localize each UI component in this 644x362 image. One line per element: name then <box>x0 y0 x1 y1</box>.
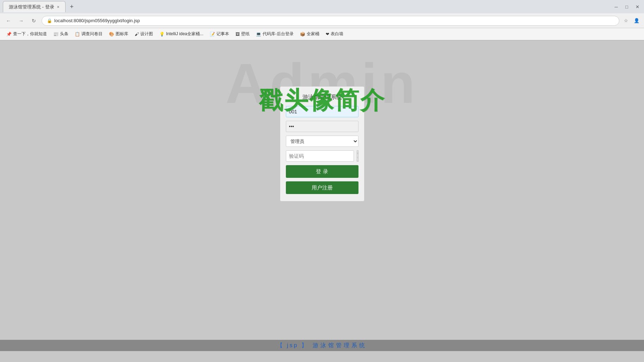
bookmark-icon-8: 💻 <box>256 32 261 37</box>
profile-icon[interactable]: 👤 <box>633 17 640 25</box>
url-text: localhost:8080/jspm05569yygglxt/login.js… <box>54 18 140 23</box>
footer-main-text: 游泳馆管理系统 <box>313 342 367 348</box>
bookmark-icon-9: 📦 <box>300 32 305 37</box>
browser-toolbar: ☆ 👤 <box>622 17 640 25</box>
page-footer: 【 jsp 】 游泳馆管理系统 <box>0 340 644 351</box>
maximize-button[interactable]: □ <box>623 3 631 11</box>
bookmark-item-0[interactable]: 📌 查一下，你就知道 <box>4 30 50 38</box>
footer-bracket-close: 】 <box>301 342 308 348</box>
bookmark-item-7[interactable]: 🖼 壁纸 <box>233 30 252 38</box>
bookmarks-bar: 📌 查一下，你就知道 📰 头条 📋 调查问卷目 🎨 图标库 🖌 设计图 💡 In… <box>0 28 644 40</box>
bookmark-icon-4: 🖌 <box>135 32 139 37</box>
back-button[interactable]: ← <box>4 16 13 26</box>
footer-bracket-open: 【 <box>277 342 284 348</box>
captcha-row: 捐款码 <box>286 150 358 162</box>
bookmark-item-4[interactable]: 🖌 设计图 <box>132 30 156 38</box>
bookmark-icon-3: 🎨 <box>109 32 114 37</box>
bookmark-item-8[interactable]: 💻 代码库-后台登录 <box>253 30 296 38</box>
bookmark-item-6[interactable]: 📝 记事本 <box>207 30 232 38</box>
bookmark-item-5[interactable]: 💡 IntelliJ idea全家桶... <box>157 30 206 38</box>
bookmark-star-icon[interactable]: ☆ <box>622 17 630 25</box>
register-button[interactable]: 用户注册 <box>286 181 358 194</box>
login-title: 游泳馆管理系统 <box>302 94 342 101</box>
browser-chrome: 游泳馆管理系统 - 登录 × + ─ □ ✕ ← → ↻ 🔒 localhost… <box>0 0 644 40</box>
bookmark-icon-7: 🖼 <box>235 32 240 37</box>
tab-close-button[interactable]: × <box>57 5 60 10</box>
refresh-button[interactable]: ↻ <box>29 16 39 26</box>
bookmark-icon-10: ❤ <box>326 32 329 37</box>
captcha-input[interactable] <box>286 150 354 162</box>
bookmark-item-10[interactable]: ❤ 表白墙 <box>323 30 346 38</box>
bookmark-icon-0: 📌 <box>6 32 12 37</box>
url-bar[interactable]: 🔒 localhost:8080/jspm05569yygglxt/login.… <box>42 16 619 26</box>
tab-title: 游泳馆管理系统 - 登录 <box>9 4 54 10</box>
footer-text: 【 jsp 】 游泳馆管理系统 <box>277 342 367 349</box>
tab-bar: 游泳馆管理系统 - 登录 × + ─ □ ✕ <box>0 0 644 13</box>
new-tab-button[interactable]: + <box>67 2 77 12</box>
svg-line-0 <box>357 153 358 159</box>
username-input[interactable] <box>286 106 358 117</box>
svg-line-1 <box>357 154 358 157</box>
footer-label: jsp <box>287 342 298 348</box>
bookmark-icon-5: 💡 <box>159 32 165 37</box>
login-button[interactable]: 登 录 <box>286 165 358 178</box>
active-tab[interactable]: 游泳馆管理系统 - 登录 × <box>3 1 66 12</box>
captcha-image[interactable]: 捐款码 <box>357 150 358 162</box>
role-row: 管理员 普通用户 <box>286 136 358 147</box>
window-close-button[interactable]: ✕ <box>633 3 641 11</box>
bookmark-icon-1: 📰 <box>53 32 59 37</box>
forward-button[interactable]: → <box>16 16 26 26</box>
bookmark-item-2[interactable]: 📋 调查问卷目 <box>72 30 105 38</box>
role-select[interactable]: 管理员 普通用户 <box>286 136 358 147</box>
bookmark-icon-2: 📋 <box>75 32 80 37</box>
bookmark-item-3[interactable]: 🎨 图标库 <box>106 30 131 38</box>
window-controls: ─ □ ✕ <box>612 3 641 11</box>
password-input[interactable] <box>286 121 358 132</box>
login-card: 游泳馆管理系统 管理员 普通用户 捐款码 <box>280 86 364 201</box>
address-bar-row: ← → ↻ 🔒 localhost:8080/jspm05569yygglxt/… <box>0 13 644 28</box>
minimize-button[interactable]: ─ <box>612 3 620 11</box>
bookmark-item-9[interactable]: 📦 全家桶 <box>297 30 322 38</box>
bookmark-item-1[interactable]: 📰 头条 <box>50 30 71 38</box>
bookmark-icon-6: 📝 <box>210 32 215 37</box>
page-content: Admin 戳头像简介 游泳馆管理系统 管理员 普通用户 <box>0 40 644 351</box>
